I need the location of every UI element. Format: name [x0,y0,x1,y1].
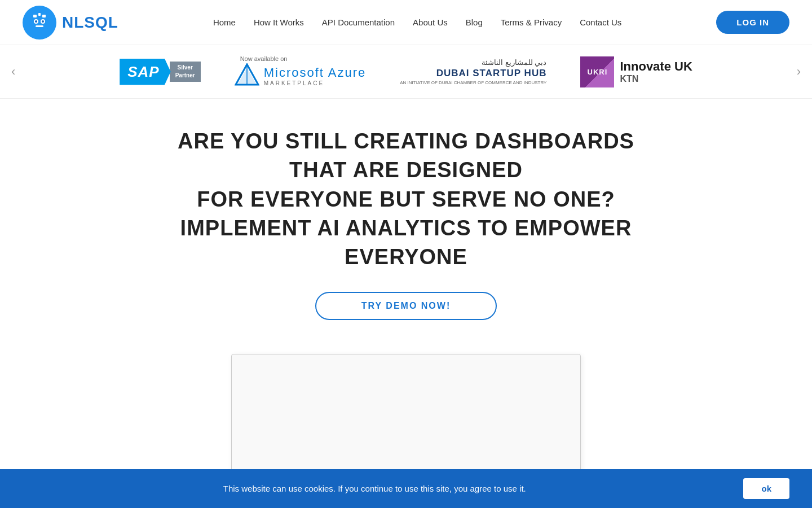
brand-name: NLSQL [62,14,118,32]
partner-sap: SAP SilverPartner [120,59,200,85]
hero-section: ARE YOU STILL CREATING DASHBOARDS THAT A… [0,99,812,337]
nav-api-docs[interactable]: API Documentation [322,17,395,27]
hero-headline: ARE YOU STILL CREATING DASHBOARDS THAT A… [152,127,660,271]
hero-headline-line1: ARE YOU STILL CREATING DASHBOARDS THAT A… [178,129,634,182]
partners-next-button[interactable]: › [797,64,801,79]
svg-rect-8 [38,13,41,16]
logo-icon [23,6,56,40]
partner-azure: Now available on Microsoft Azure MARKETP… [235,55,367,88]
svg-point-3 [35,20,37,23]
svg-point-4 [42,20,44,23]
login-button[interactable]: LOG IN [716,11,789,34]
cookie-ok-button[interactable]: ok [743,478,789,499]
nav-links: Home How It Works API Documentation Abou… [213,17,621,28]
nav-home[interactable]: Home [213,17,236,27]
nav-blog[interactable]: Blog [466,17,483,27]
nav-contact[interactable]: Contact Us [580,17,621,27]
cookie-message: This website can use cookies. If you con… [23,484,726,493]
logo-link[interactable]: NLSQL [23,6,118,40]
navbar: NLSQL Home How It Works API Documentatio… [0,0,812,45]
partner-innovate: UKRI Innovate UK KTN [580,56,692,87]
svg-rect-6 [33,15,37,17]
svg-rect-7 [42,15,46,17]
hero-headline-line2: FOR EVERYONE BUT SERVE NO ONE? [197,187,615,211]
hero-headline-line3: IMPLEMENT AI ANALYTICS TO EMPOWER EVERYO… [180,216,632,269]
nav-about-us[interactable]: About Us [413,17,448,27]
nav-terms-privacy[interactable]: Terms & Privacy [501,17,562,27]
cookie-banner: This website can use cookies. If you con… [0,469,812,508]
partner-dubai: دبي للمشاريع الناشئة DUBAI STARTUP HUB A… [400,58,546,85]
partners-strip: ‹ SAP SilverPartner Now available on Mic… [0,45,812,99]
partners-prev-button[interactable]: ‹ [11,64,15,79]
nav-how-it-works[interactable]: How It Works [254,17,304,27]
svg-rect-5 [36,25,43,27]
try-demo-button[interactable]: TRY DEMO NOW! [315,292,497,320]
